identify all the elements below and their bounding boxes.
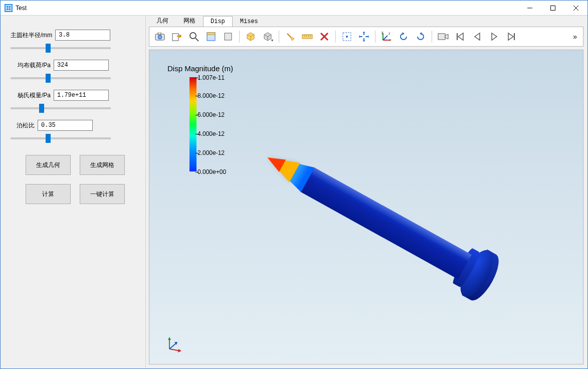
tab-geometry[interactable]: 几何 xyxy=(149,15,176,27)
rotate-right-icon[interactable] xyxy=(413,30,428,44)
svg-rect-17 xyxy=(302,35,312,39)
svg-text:z: z xyxy=(388,32,390,35)
legend-tick: 0.000e+00 xyxy=(198,168,226,175)
prev-icon[interactable] xyxy=(470,30,485,44)
legend-tick: 2.000e-12 xyxy=(198,149,225,156)
svg-rect-15 xyxy=(225,33,232,40)
crosshair-icon[interactable] xyxy=(356,30,371,44)
load-input[interactable] xyxy=(54,60,109,71)
legend-tick: 8.000e-12 xyxy=(198,92,225,99)
view-tabs: 几何 网格 Disp Mises xyxy=(146,16,587,27)
window-minimize-button[interactable] xyxy=(518,1,541,16)
svg-text:x: x xyxy=(389,38,391,42)
legend-tick: 1.007e-11 xyxy=(198,74,225,81)
svg-line-41 xyxy=(169,343,176,349)
axes-icon[interactable]: zyx xyxy=(379,30,394,44)
tab-disp[interactable]: Disp xyxy=(203,16,233,27)
zoom-icon[interactable] xyxy=(186,30,202,44)
window-maximize-button[interactable] xyxy=(541,1,564,16)
one-click-compute-button[interactable]: 一键计算 xyxy=(80,184,125,204)
camera-icon[interactable] xyxy=(152,30,167,44)
legend-tick: 6.000e-12 xyxy=(198,111,225,118)
toolbar-overflow-icon[interactable]: » xyxy=(570,33,580,41)
generate-mesh-button[interactable]: 生成网格 xyxy=(80,155,125,175)
select-rect-icon[interactable] xyxy=(339,30,354,44)
svg-line-12 xyxy=(195,38,199,41)
viewport-toolbar: zyx » xyxy=(149,27,583,47)
young-slider[interactable] xyxy=(11,107,111,109)
parameters-panel: 主圆柱半径/mm 均布载荷/Pa 杨氏模量/Pa 泊松比 xyxy=(1,16,146,368)
legend-title: Disp Magnitude (m) xyxy=(167,64,233,73)
poisson-label: 泊松比 xyxy=(11,121,35,130)
export-icon[interactable] xyxy=(169,30,184,44)
poisson-slider[interactable] xyxy=(11,137,111,139)
young-input[interactable] xyxy=(54,90,109,101)
radius-slider[interactable] xyxy=(11,47,111,49)
video-icon[interactable] xyxy=(436,30,451,44)
svg-point-9 xyxy=(158,35,162,39)
prev-end-icon[interactable] xyxy=(453,30,468,44)
delete-icon[interactable] xyxy=(317,30,332,44)
young-label: 杨氏模量/Pa xyxy=(11,91,51,100)
svg-rect-4 xyxy=(551,6,555,10)
bbox-icon[interactable] xyxy=(204,30,219,44)
window-close-button[interactable] xyxy=(564,1,587,16)
window-titlebar: Test xyxy=(1,1,587,16)
legend-tick: 4.000e-12 xyxy=(198,130,225,137)
poisson-input[interactable] xyxy=(38,120,93,131)
load-label: 均布载荷/Pa xyxy=(11,61,51,70)
app-icon xyxy=(5,4,13,12)
cube-pick-icon[interactable] xyxy=(243,30,258,44)
ruler-icon[interactable] xyxy=(300,30,315,44)
rotate-left-icon[interactable] xyxy=(396,30,411,44)
svg-point-11 xyxy=(190,33,196,39)
compute-button[interactable]: 计算 xyxy=(26,184,71,204)
svg-rect-14 xyxy=(207,33,215,35)
generate-geometry-button[interactable]: 生成几何 xyxy=(26,155,71,175)
svg-rect-36 xyxy=(438,34,445,40)
tab-mises[interactable]: Mises xyxy=(233,16,266,27)
legend-colorbar xyxy=(189,77,197,171)
broom-icon[interactable] xyxy=(283,30,298,44)
svg-point-25 xyxy=(346,36,348,38)
svg-rect-10 xyxy=(172,34,178,41)
axis-triad-icon xyxy=(164,334,184,354)
tab-mesh[interactable]: 网格 xyxy=(176,15,203,27)
cube-dropdown-icon[interactable] xyxy=(260,30,275,44)
viewport-3d[interactable]: Disp Magnitude (m) 1.007e-11 8.000e-12 6… xyxy=(149,50,583,364)
load-slider[interactable] xyxy=(11,77,111,79)
radius-label: 主圆柱半径/mm xyxy=(11,31,52,40)
svg-line-32 xyxy=(383,36,387,40)
svg-rect-8 xyxy=(158,33,161,35)
surface-icon[interactable] xyxy=(221,30,236,44)
radius-input[interactable] xyxy=(55,30,110,41)
next-end-icon[interactable] xyxy=(504,30,519,44)
window-title: Test xyxy=(16,5,27,12)
fea-model-render xyxy=(222,84,537,364)
play-icon[interactable] xyxy=(487,30,502,44)
